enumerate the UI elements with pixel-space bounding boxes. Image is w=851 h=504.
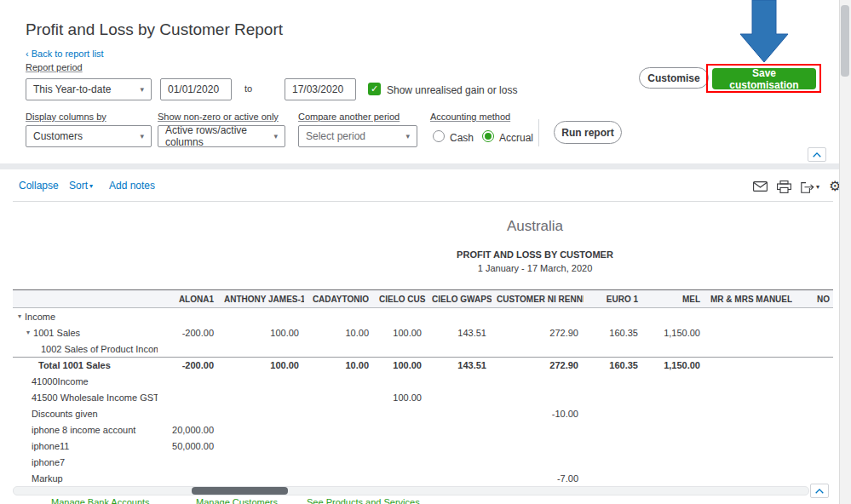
bottom-link[interactable]: See Products and Services [307,497,420,504]
table-body: ▾Income▾1001 Sales-200.00100.0010.00100.… [13,308,833,486]
sort-link[interactable]: Sort ▾ [69,180,93,192]
customise-button[interactable]: Customise [639,67,709,89]
row-label-cell: ▾1001 Sales [13,328,158,338]
column-header: ALONA1 [158,295,219,304]
table-row: 41000Income [13,373,833,389]
report-title: PROFIT AND LOSS BY CUSTOMER [457,249,613,260]
chevron-down-icon: ▾ [273,132,278,140]
table-row: iphone1150,000.00 [13,438,833,454]
row-label: iphone 8 income account [32,425,135,435]
table-cell: 10.00 [304,360,374,370]
table-cell: 100.00 [219,360,304,370]
report-company-name: Australia [507,218,563,235]
page-title: Profit and Loss by Customer Report [26,20,283,39]
display-columns-value: Customers [33,130,83,142]
filter-divider [538,119,539,146]
scroll-top-button[interactable] [810,484,829,498]
column-header: EURO 1 [584,295,643,304]
row-label-cell: iphone 8 income account [13,425,158,435]
compare-period-select[interactable]: Select period ▾ [298,125,417,147]
chevron-down-icon: ▾ [140,132,144,140]
row-label: Total 1001 Sales [38,360,111,370]
bottom-links-strip: Manage Bank AccountsManage CustomersSee … [0,497,839,504]
row-label-cell: Markup [13,473,158,484]
compare-period-label: Compare another period [298,112,400,122]
export-button[interactable]: ▾ [801,180,819,193]
table-row: iphone 8 income account20,000.00 [13,421,833,438]
collapse-panel-button[interactable] [808,147,826,162]
back-link-label: Back to report list [32,49,104,59]
horizontal-scrollbar-thumb[interactable] [192,487,288,495]
column-header: MR & MRS MANUEL [705,295,792,304]
collapse-link[interactable]: Collapse [19,180,59,192]
date-to-input[interactable] [285,78,356,100]
section-separator [0,163,839,169]
row-label-cell: Discounts given [13,409,158,419]
table-cell: -10.00 [492,409,584,419]
accrual-radio[interactable] [482,130,494,142]
table-cell: 160.35 [584,328,643,338]
table-cell: 100.00 [374,328,427,338]
unrealised-gain-checkbox[interactable]: ✓ [368,83,381,95]
back-arrow-icon: ‹ [26,49,29,59]
row-label: Discounts given [32,409,98,419]
row-label-cell: 41000Income [13,376,158,387]
compare-period-value: Select period [306,130,365,142]
chevron-down-icon: ▾ [816,183,819,191]
email-icon[interactable] [753,181,768,192]
table-cell: 100.00 [374,360,427,370]
display-columns-select[interactable]: Customers ▾ [26,125,152,147]
vertical-scrollbar-thumb[interactable] [841,5,849,77]
table-cell: 1,150.00 [643,328,705,338]
row-label: Markup [32,473,63,484]
back-to-report-list-link[interactable]: ‹ Back to report list [26,49,104,59]
report-table: ALONA1ANTHONY JAMES-1CADAYTONIOCIELO CUS… [13,289,833,486]
row-label-cell: iphone7 [13,457,158,467]
bottom-link[interactable]: Manage Customers [196,497,278,504]
report-period-select[interactable]: This Year-to-date ▾ [26,78,152,100]
bottom-link[interactable]: Manage Bank Accounts [51,497,150,504]
report-date-range: 1 January - 17 March, 2020 [478,263,593,273]
row-label: 41000Income [32,376,89,387]
collapse-row-icon[interactable]: ▾ [26,329,30,336]
table-cell: 10.00 [304,328,374,338]
cash-radio[interactable] [433,130,445,142]
table-row: Markup-7.00 [13,470,833,486]
row-label-cell: 1002 Sales of Product Income [13,344,158,354]
table-cell: -200.00 [158,360,219,370]
table-row: iphone7 [13,454,833,470]
unrealised-gain-label: Show unrealised gain or loss [387,84,517,96]
active-rows-label: Show non-zero or active only [158,112,279,122]
print-icon[interactable] [777,180,791,193]
row-label-cell: ▾Income [13,312,158,322]
chevron-up-icon [814,488,825,495]
chevron-down-icon: ▾ [140,85,144,94]
save-customisation-button[interactable]: Save customisation [712,68,816,89]
horizontal-scrollbar[interactable] [13,486,809,495]
run-report-button[interactable]: Run report [554,121,622,144]
row-label-cell: 41500 Wholesale Income GST F... [13,392,158,403]
table-cell: 160.35 [584,360,643,370]
table-cell: 20,000.00 [158,425,219,435]
table-row: ▾Income [13,308,833,324]
collapse-row-icon[interactable]: ▾ [18,312,21,320]
add-notes-link[interactable]: Add notes [109,180,155,192]
report-period-label: Report period [26,62,83,72]
table-row: 41500 Wholesale Income GST F...100.00 [13,389,833,405]
accounting-method-label: Accounting method [430,112,510,122]
chevron-up-icon [812,152,822,158]
table-cell: 272.90 [492,360,584,370]
table-row: Total 1001 Sales-200.00100.0010.00100.00… [13,357,833,373]
chevron-down-icon: ▾ [405,132,410,140]
column-header: CIELO GWAPS [427,295,492,304]
table-cell: 143.51 [427,360,492,370]
column-header: ANTHONY JAMES-1 [219,295,304,304]
date-from-input[interactable] [160,78,232,100]
table-cell: 100.00 [219,328,304,338]
accrual-radio-label: Accrual [499,132,533,144]
active-rows-select[interactable]: Active rows/active columns ▾ [158,125,285,147]
row-label: Income [25,312,55,322]
toolbar-divider [13,201,833,202]
table-row: ▾1001 Sales-200.00100.0010.00100.00143.5… [13,324,833,341]
table-cell: -7.00 [492,473,584,484]
